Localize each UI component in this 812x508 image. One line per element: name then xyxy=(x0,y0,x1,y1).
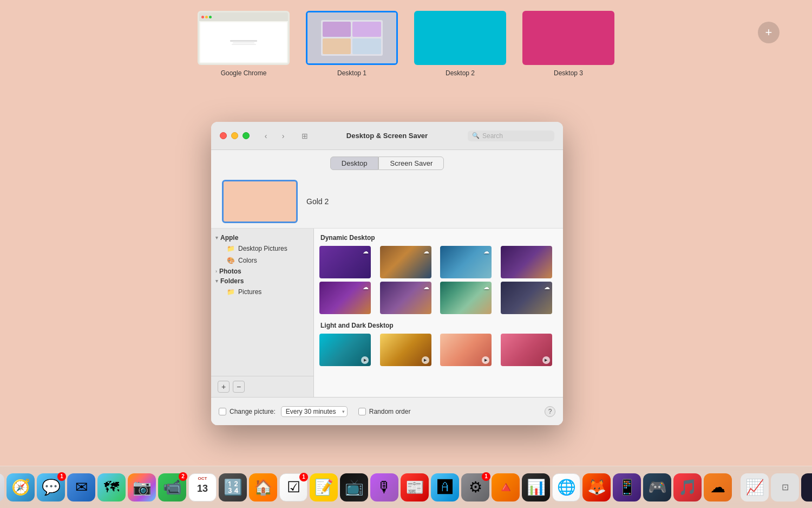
dock-icon-mail[interactable]: ✉ xyxy=(67,473,95,502)
play-icon: ▶ xyxy=(542,356,550,364)
dock-icon-chrome[interactable]: 🌐 xyxy=(552,473,580,502)
maximize-button[interactable] xyxy=(243,132,250,139)
wallpaper-thumb-12[interactable]: ▶ xyxy=(501,334,552,366)
dock-icon-maps[interactable]: 🗺 xyxy=(97,473,126,502)
close-button[interactable] xyxy=(220,132,227,139)
sidebar-item-pictures[interactable]: 📁 Pictures xyxy=(211,286,313,298)
dock-icon-steam[interactable]: 🎮 xyxy=(643,473,671,502)
remove-source-button[interactable]: − xyxy=(233,381,245,393)
search-icon: 🔍 xyxy=(472,132,480,139)
dock-icon-home[interactable]: 🏠 xyxy=(249,473,277,502)
search-input[interactable] xyxy=(482,132,547,140)
facetime-badge: 2 xyxy=(179,472,187,481)
dock-icon-calendar[interactable]: OCT 13 xyxy=(188,473,217,502)
sidebar-item-pictures-label: Pictures xyxy=(238,288,261,296)
dock-icon-launchpad[interactable]: ⠿ xyxy=(0,473,4,502)
forward-button[interactable]: › xyxy=(276,130,291,142)
wallpaper-thumb-4[interactable] xyxy=(501,246,552,278)
wallpaper-thumb-6[interactable]: ☁ xyxy=(380,282,431,314)
sidebar-group-photos-label: Photos xyxy=(219,268,241,275)
window-body: Desktop Screen Saver Gold 2 ▾ Apple 📁 De… xyxy=(211,150,563,425)
dock-icon-bezel[interactable]: 📱 xyxy=(613,473,641,502)
preview-area: Gold 2 xyxy=(211,174,563,229)
desktop-label-google-chrome: Google Chrome xyxy=(221,69,267,77)
dock-icon-firefox[interactable]: 🦊 xyxy=(582,473,611,502)
section-title-dynamic: Dynamic Desktop xyxy=(319,234,558,242)
dock-icon-facetime[interactable]: 📹 2 xyxy=(158,473,186,502)
random-order-label: Random order xyxy=(369,408,411,415)
random-order-control: Random order xyxy=(358,408,411,415)
cloud-icon: ☁ xyxy=(483,284,489,291)
wallpaper-thumb-2[interactable]: ☁ xyxy=(380,246,431,278)
sidebar-item-desktop-pictures[interactable]: 📁 Desktop Pictures xyxy=(211,243,313,255)
random-order-checkbox[interactable] xyxy=(358,408,366,415)
wallpaper-thumb-11[interactable]: ▶ xyxy=(440,334,492,366)
dock-icon-cloudflare[interactable]: ☁ xyxy=(704,473,732,502)
wallpaper-thumb-3[interactable]: ☁ xyxy=(440,246,492,278)
change-picture-control: Change picture: xyxy=(219,408,276,415)
dock-icon-safari[interactable]: 🧭 xyxy=(6,473,35,502)
add-source-button[interactable]: + xyxy=(218,381,230,393)
dock-icon-sysmonitor[interactable]: 📈 xyxy=(741,473,769,502)
desktop-label-1: Desktop 1 xyxy=(337,69,366,77)
play-icon: ▶ xyxy=(482,356,489,364)
change-picture-checkbox[interactable] xyxy=(219,408,226,415)
wallpaper-thumb-10[interactable]: ▶ xyxy=(380,334,431,366)
wallpaper-name: Gold 2 xyxy=(306,197,329,206)
desktop-thumb-1[interactable]: Desktop 1 xyxy=(306,11,398,77)
chevron-down-icon: ▾ xyxy=(215,235,218,240)
wallpaper-thumb-1[interactable]: ☁ xyxy=(319,246,371,278)
dock-icon-sysprefs[interactable]: ⚙ 1 xyxy=(461,473,489,502)
wallpaper-thumb-9[interactable]: ▶ xyxy=(319,334,371,366)
desktop-thumb-google-chrome[interactable]: Google Chrome xyxy=(198,11,290,77)
bottom-bar: Change picture: Every 30 minutes Every 5… xyxy=(211,397,563,425)
inner-content: ▾ Apple 📁 Desktop Pictures 🎨 Colors › Ph… xyxy=(211,229,563,425)
dock-icon-messages[interactable]: 💬 1 xyxy=(37,473,65,502)
sysprefs-window: ‹ › ⊞ Desktop & Screen Saver 🔍 Desktop S… xyxy=(211,122,563,425)
cloud-icon: ☁ xyxy=(423,248,429,255)
add-desktop-button[interactable]: + xyxy=(758,22,780,43)
desktop-label-3: Desktop 3 xyxy=(554,69,583,77)
dock-icon-vlc[interactable]: 🔺 xyxy=(492,473,520,502)
sidebar-group-folders[interactable]: ▾ Folders xyxy=(211,276,313,286)
chevron-right-icon: › xyxy=(215,269,217,274)
dock-icon-airplay[interactable]: ⊡ xyxy=(771,473,799,502)
wallpaper-area: Dynamic Desktop ☁ ☁ ☁ ☁ xyxy=(314,229,563,425)
wallpaper-thumb-5[interactable]: ☁ xyxy=(319,282,371,314)
dock-icon-music[interactable]: 🎵 xyxy=(673,473,702,502)
dock-icon-photos[interactable]: 📷 xyxy=(128,473,156,502)
desktop-label-2: Desktop 2 xyxy=(446,69,475,77)
chevron-down-icon-2: ▾ xyxy=(215,278,218,284)
dock-icon-news[interactable]: 📰 xyxy=(401,473,429,502)
tab-screen-saver[interactable]: Screen Saver xyxy=(378,157,444,170)
sidebar-group-apple[interactable]: ▾ Apple xyxy=(211,233,313,243)
color-wheel-icon: 🎨 xyxy=(226,256,235,265)
wallpaper-thumb-8[interactable]: ☁ xyxy=(501,282,552,314)
dock-icon-monitor[interactable]: 🖥 xyxy=(801,473,812,502)
help-button[interactable]: ? xyxy=(545,406,555,417)
search-bar: 🔍 xyxy=(468,131,554,141)
cloud-icon: ☁ xyxy=(544,284,550,291)
window-titlebar: ‹ › ⊞ Desktop & Screen Saver 🔍 xyxy=(211,122,563,150)
cloud-icon: ☁ xyxy=(363,248,369,255)
dock-icon-calculator[interactable]: 🔢 xyxy=(219,473,247,502)
sidebar-item-colors[interactable]: 🎨 Colors xyxy=(211,255,313,266)
desktop-thumb-3[interactable]: Desktop 3 xyxy=(522,11,614,77)
interval-dropdown[interactable]: Every 30 minutes Every 5 minutes Every h… xyxy=(281,406,348,417)
grid-view-button[interactable]: ⊞ xyxy=(297,130,312,142)
minimize-button[interactable] xyxy=(231,132,238,139)
desktop-thumb-2[interactable]: Desktop 2 xyxy=(414,11,506,77)
back-button[interactable]: ‹ xyxy=(258,130,273,142)
dock-icon-tv[interactable]: 📺 xyxy=(340,473,368,502)
dock-icon-activity[interactable]: 📊 xyxy=(522,473,550,502)
tab-desktop[interactable]: Desktop xyxy=(330,157,379,170)
dock-icon-appstore[interactable]: 🅰 xyxy=(431,473,459,502)
dock-icon-reminders[interactable]: ☑ 1 xyxy=(279,473,307,502)
cloud-icon: ☁ xyxy=(363,284,369,291)
dock-icon-podcasts[interactable]: 🎙 xyxy=(370,473,398,502)
titlebar-nav: ‹ › xyxy=(258,130,291,142)
sysprefs-badge: 1 xyxy=(482,472,490,481)
dock-icon-stickies[interactable]: 📝 xyxy=(310,473,338,502)
sidebar-group-photos[interactable]: › Photos xyxy=(211,266,313,276)
wallpaper-thumb-7[interactable]: ☁ xyxy=(440,282,492,314)
